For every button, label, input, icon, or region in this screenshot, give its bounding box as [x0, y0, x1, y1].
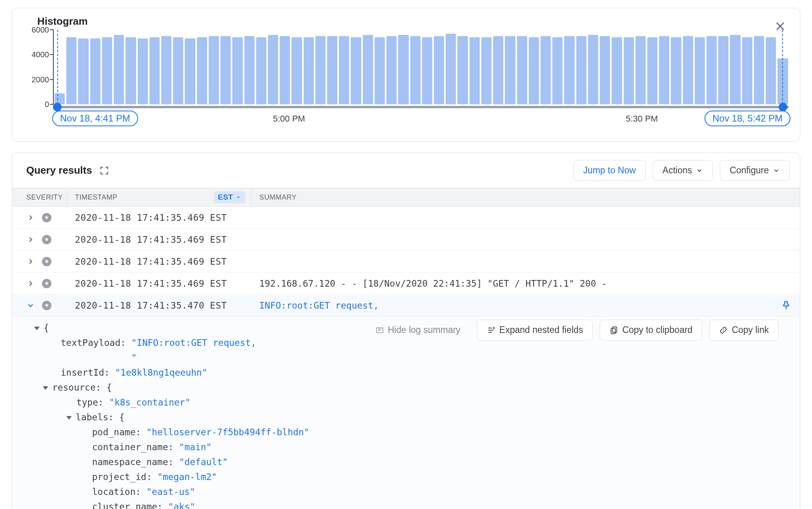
log-row[interactable]: 2020-11-18 17:41:35.470 ESTINFO:root:GET…: [12, 294, 800, 316]
histogram-bar[interactable]: [600, 36, 610, 104]
histogram-bar[interactable]: [493, 36, 503, 104]
histogram-bar[interactable]: [434, 36, 444, 104]
histogram-bar[interactable]: [552, 37, 563, 104]
histogram-bar[interactable]: [220, 36, 231, 104]
histogram-bar[interactable]: [209, 36, 219, 104]
json-line[interactable]: type: "k8s_container": [34, 395, 800, 410]
actions-dropdown[interactable]: Actions: [653, 160, 713, 181]
histogram-bar[interactable]: [304, 37, 314, 104]
expand-nested-button[interactable]: Expand nested fields: [477, 320, 593, 340]
histogram-bar[interactable]: [173, 37, 183, 104]
json-line[interactable]: ": [34, 350, 800, 365]
log-row[interactable]: 2020-11-18 17:41:35.469 EST192.168.67.12…: [12, 273, 800, 294]
severity-cell[interactable]: [12, 301, 67, 310]
histogram-bar[interactable]: [315, 36, 326, 104]
column-summary[interactable]: SUMMARY: [251, 188, 800, 206]
histogram-bar[interactable]: [647, 37, 657, 104]
severity-cell[interactable]: [12, 279, 67, 288]
histogram-bar[interactable]: [695, 37, 705, 104]
copy-clipboard-button[interactable]: Copy to clipboard: [600, 320, 702, 340]
histogram-bar[interactable]: [588, 35, 598, 104]
histogram-bar[interactable]: [505, 36, 515, 104]
column-severity[interactable]: SEVERITY: [12, 188, 67, 206]
severity-cell[interactable]: [12, 213, 67, 222]
histogram-bar[interactable]: [659, 36, 669, 104]
histogram-bar[interactable]: [398, 35, 408, 104]
json-line[interactable]: project_id: "megan-lm2": [34, 469, 800, 484]
column-timestamp[interactable]: TIMESTAMP EST: [67, 188, 251, 206]
json-line[interactable]: insertId: "1e8kl8ng1qeeuhn": [34, 365, 800, 380]
severity-cell[interactable]: [12, 235, 67, 244]
histogram-bar[interactable]: [327, 36, 337, 104]
range-end-pill[interactable]: Nov 18, 5:42 PM: [705, 111, 790, 126]
jump-to-now-button[interactable]: Jump to Now: [573, 160, 646, 181]
histogram-bar[interactable]: [624, 37, 634, 104]
histogram-bar[interactable]: [138, 38, 148, 104]
fullscreen-icon[interactable]: [99, 165, 109, 176]
histogram-bar[interactable]: [481, 37, 492, 104]
log-row[interactable]: 2020-11-18 17:41:35.469 EST: [12, 207, 800, 229]
timezone-chip[interactable]: EST: [214, 191, 246, 203]
histogram-bar[interactable]: [754, 36, 764, 104]
histogram-bar[interactable]: [90, 38, 100, 104]
histogram-bar[interactable]: [718, 36, 728, 104]
histogram-bar[interactable]: [730, 35, 740, 104]
histogram-bar[interactable]: [244, 36, 255, 104]
histogram-bar[interactable]: [683, 36, 693, 104]
json-line[interactable]: cluster_name: "aks": [34, 499, 800, 509]
histogram-bar[interactable]: [102, 37, 112, 104]
histogram-bar[interactable]: [363, 35, 373, 104]
histogram-bar[interactable]: [635, 36, 646, 104]
log-row[interactable]: 2020-11-18 17:41:35.469 EST: [12, 251, 800, 273]
histogram-bar[interactable]: [457, 36, 468, 104]
histogram-bar[interactable]: [742, 37, 752, 104]
histogram-bar[interactable]: [706, 36, 717, 104]
histogram-bar[interactable]: [78, 38, 88, 104]
histogram-bar[interactable]: [256, 37, 266, 104]
histogram-bar[interactable]: [114, 35, 124, 104]
histogram-bar[interactable]: [541, 36, 551, 104]
histogram-bar[interactable]: [470, 37, 480, 104]
link-icon: [719, 326, 728, 334]
copy-link-button[interactable]: Copy link: [709, 320, 779, 340]
histogram-bar[interactable]: [777, 58, 788, 104]
histogram-bar[interactable]: [268, 35, 278, 104]
histogram-bar[interactable]: [185, 38, 195, 104]
histogram-bar[interactable]: [161, 36, 171, 104]
histogram-bar[interactable]: [446, 34, 456, 105]
histogram-bar[interactable]: [529, 37, 539, 104]
histogram-bar[interactable]: [564, 36, 574, 104]
histogram-bar[interactable]: [351, 37, 361, 104]
histogram-bar[interactable]: [576, 36, 586, 104]
histogram-bar[interactable]: [291, 37, 302, 104]
json-line[interactable]: pod_name: "helloserver-7f5bb494ff-blhdn": [34, 425, 800, 440]
histogram-bar[interactable]: [66, 37, 76, 104]
json-line[interactable]: location: "east-us": [34, 484, 800, 499]
json-line[interactable]: namespace_name: "default": [34, 454, 800, 469]
pin-button[interactable]: [772, 300, 800, 311]
histogram-bar[interactable]: [339, 36, 349, 104]
json-line[interactable]: resource: {: [34, 380, 800, 395]
range-start-pill[interactable]: Nov 18, 4:41 PM: [52, 111, 138, 126]
histogram-bar[interactable]: [149, 37, 160, 104]
configure-dropdown[interactable]: Configure: [720, 160, 790, 181]
histogram-bar[interactable]: [410, 36, 421, 104]
histogram-bars[interactable]: [54, 30, 789, 104]
histogram-bar[interactable]: [197, 37, 207, 104]
json-line[interactable]: labels: {: [34, 410, 800, 425]
histogram-bar[interactable]: [671, 37, 681, 104]
json-line[interactable]: container_name: "main": [34, 440, 800, 454]
histogram-bar[interactable]: [612, 37, 622, 104]
histogram-bar[interactable]: [386, 36, 397, 104]
severity-default-icon: [42, 235, 51, 244]
hide-log-summary-button[interactable]: Hide log summary: [366, 320, 470, 340]
log-row[interactable]: 2020-11-18 17:41:35.469 EST: [12, 229, 800, 251]
histogram-bar[interactable]: [517, 36, 527, 104]
histogram-bar[interactable]: [422, 37, 432, 104]
severity-cell[interactable]: [12, 257, 67, 266]
histogram-bar[interactable]: [375, 37, 385, 104]
histogram-bar[interactable]: [232, 37, 242, 104]
histogram-bar[interactable]: [280, 36, 290, 104]
histogram-bar[interactable]: [766, 37, 776, 104]
histogram-bar[interactable]: [126, 37, 136, 104]
